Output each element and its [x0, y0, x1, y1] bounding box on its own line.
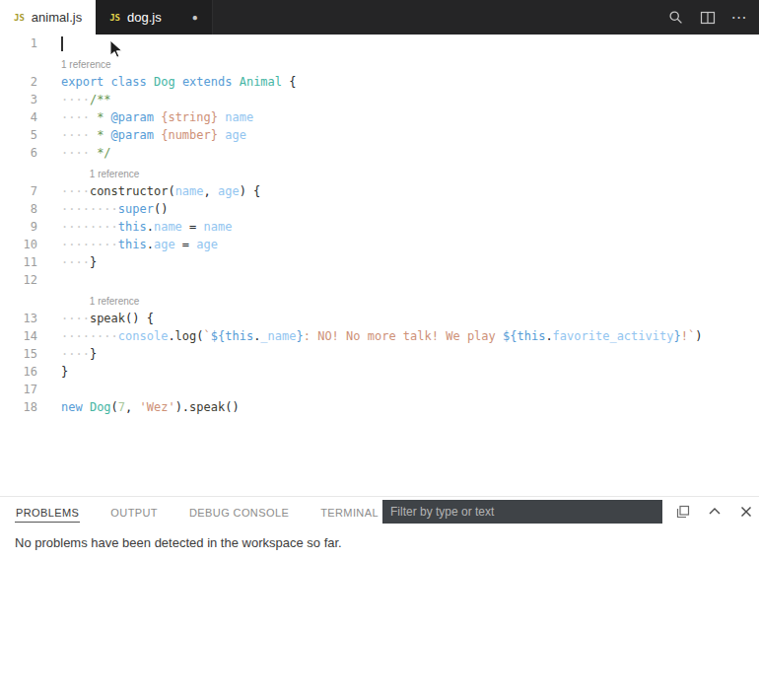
panel-tab-terminal[interactable]: TERMINAL — [319, 502, 380, 522]
line-number: 4 — [0, 108, 61, 126]
code-line-15[interactable]: 15····} — [0, 345, 759, 363]
js-file-icon: JS — [14, 13, 25, 23]
code-editor[interactable]: 11 reference2export class Dog extends An… — [0, 35, 759, 416]
code-text: ····constructor(name, age) { — [61, 182, 260, 200]
editor-tab-bar: JS animal.js JS dog.js ● ⋯ — [0, 0, 759, 35]
code-text: new Dog(7, 'Wez').speak() — [61, 398, 240, 416]
code-line-10[interactable]: 10········this.age = age — [0, 236, 759, 253]
code-text: ···· * @param {string} name — [61, 108, 253, 126]
code-text: export class Dog extends Animal { — [61, 73, 297, 91]
editor-actions: ⋯ — [668, 0, 759, 35]
problems-empty-message: No problems have been detected in the wo… — [0, 526, 759, 559]
codelens-row: 1 reference — [0, 162, 759, 182]
modified-dot-icon[interactable]: ● — [192, 12, 198, 23]
tab-label: animal.js — [32, 10, 82, 25]
code-line-4[interactable]: 4···· * @param {string} name — [0, 108, 759, 126]
code-area: 11 reference2export class Dog extends An… — [0, 35, 759, 416]
code-text: ···· */ — [61, 144, 111, 162]
code-line-14[interactable]: 14········console.log(`${this._name}: NO… — [0, 327, 759, 345]
code-text: ···· * @param {number} age — [61, 126, 246, 144]
chevron-up-icon[interactable] — [707, 505, 722, 520]
collapse-all-icon[interactable] — [675, 505, 690, 520]
problems-filter-input[interactable] — [382, 500, 662, 524]
line-number: 6 — [0, 144, 61, 162]
codelens-row: 1 reference — [0, 289, 759, 310]
code-text: ········this.age = age — [61, 236, 218, 253]
code-line-2[interactable]: 2export class Dog extends Animal { — [0, 73, 759, 91]
code-line-6[interactable]: 6···· */ — [0, 144, 759, 162]
search-icon[interactable] — [668, 10, 684, 26]
code-line-13[interactable]: 13····speak() { — [0, 310, 759, 327]
code-text: ········this.name = name — [61, 218, 232, 236]
line-number: 3 — [0, 91, 61, 108]
bottom-panel: PROBLEMS OUTPUT DEBUG CONSOLE TERMINAL — [0, 496, 759, 700]
code-line-3[interactable]: 3····/** — [0, 91, 759, 108]
split-editor-icon[interactable] — [700, 10, 716, 26]
line-number: 5 — [0, 126, 61, 144]
code-text: ········console.log(`${this._name}: NO! … — [61, 327, 702, 345]
line-number: 1 — [0, 35, 61, 52]
code-text: ····} — [61, 345, 97, 363]
line-number: 16 — [0, 363, 61, 381]
panel-tab-output[interactable]: OUTPUT — [109, 502, 159, 522]
line-number: 9 — [0, 218, 61, 236]
close-icon[interactable] — [738, 505, 753, 520]
panel-tab-debug-console[interactable]: DEBUG CONSOLE — [188, 502, 290, 522]
js-file-icon: JS — [109, 13, 120, 23]
more-actions-icon[interactable]: ⋯ — [731, 10, 747, 26]
line-number: 11 — [0, 253, 61, 271]
panel-tab-problems[interactable]: PROBLEMS — [15, 502, 80, 523]
line-number: 15 — [0, 345, 61, 363]
code-text — [61, 35, 63, 52]
panel-header: PROBLEMS OUTPUT DEBUG CONSOLE TERMINAL — [0, 497, 759, 526]
line-number: 7 — [0, 182, 61, 200]
ellipsis-glyph: ⋯ — [731, 10, 748, 26]
code-text: ····/** — [61, 91, 111, 108]
code-line-17[interactable]: 17 — [0, 381, 759, 398]
code-line-5[interactable]: 5···· * @param {number} age — [0, 126, 759, 144]
code-line-7[interactable]: 7····constructor(name, age) { — [0, 182, 759, 200]
tab-dog-js[interactable]: JS dog.js ● — [96, 0, 213, 35]
vscode-window: JS animal.js JS dog.js ● ⋯ — [0, 0, 759, 700]
line-number: 8 — [0, 200, 61, 218]
code-line-8[interactable]: 8········super() — [0, 200, 759, 218]
line-number: 17 — [0, 381, 61, 398]
line-number: 12 — [0, 271, 61, 289]
code-text: ········super() — [61, 200, 168, 218]
code-line-11[interactable]: 11····} — [0, 253, 759, 271]
code-line-16[interactable]: 16} — [0, 363, 759, 381]
line-number: 2 — [0, 73, 61, 91]
text-cursor — [61, 36, 63, 51]
line-number: 18 — [0, 398, 61, 416]
line-number: 13 — [0, 310, 61, 327]
code-text: ····speak() { — [61, 310, 154, 327]
panel-action-icons — [675, 500, 753, 524]
line-number: 14 — [0, 327, 61, 345]
tab-animal-js[interactable]: JS animal.js — [0, 0, 96, 35]
code-text: } — [61, 363, 68, 381]
line-number: 10 — [0, 236, 61, 253]
codelens-row: 1 reference — [0, 52, 759, 73]
code-line-18[interactable]: 18new Dog(7, 'Wez').speak() — [0, 398, 759, 416]
code-line-12[interactable]: 12 — [0, 271, 759, 289]
code-line-1[interactable]: 1 — [0, 35, 759, 52]
tab-label: dog.js — [127, 10, 162, 25]
code-line-9[interactable]: 9········this.name = name — [0, 218, 759, 236]
code-text: ····} — [61, 253, 97, 271]
